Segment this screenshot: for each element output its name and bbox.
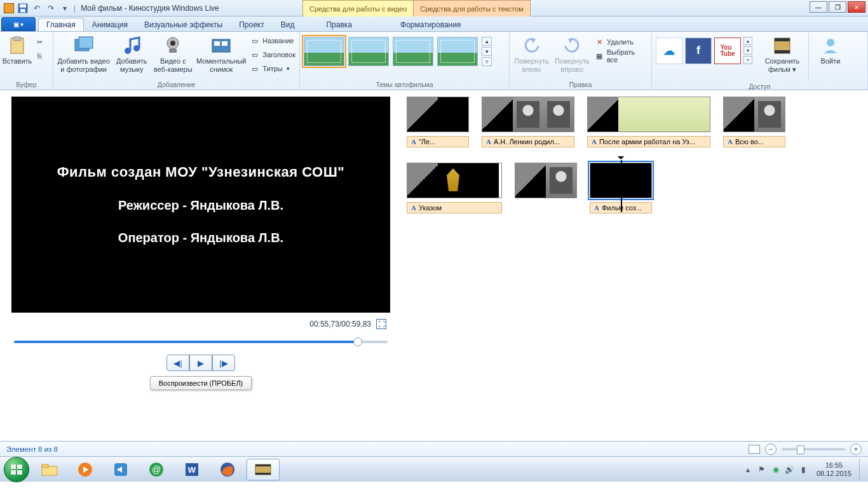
next-frame-button[interactable]: |▶ xyxy=(212,355,235,371)
playback-time: 00:55,73/00:59,83 xyxy=(309,320,371,329)
preview-monitor: Фильм создан МОУ "Узнезинская СОШ" Режис… xyxy=(11,97,390,313)
clip-item[interactable] xyxy=(515,163,577,198)
theme-item[interactable] xyxy=(348,37,389,66)
add-caption-button[interactable]: ▭Заголовок xyxy=(250,48,295,61)
tray-volume-icon[interactable]: 🔊 xyxy=(785,464,795,475)
tray-clock[interactable]: 16:55 08.12.2015 xyxy=(813,461,855,477)
window-title: Мой фильм - Киностудия Windows Live xyxy=(81,4,219,13)
ribbon-group-automovie-themes: ▴ ▾ ▿ Темы автофильма xyxy=(300,32,510,90)
skydrive-icon[interactable]: ☁ xyxy=(656,37,682,64)
playback-controls: ◀| ▶ |▶ xyxy=(11,355,390,371)
redo-icon[interactable]: ↷ xyxy=(44,2,57,15)
copy-button[interactable]: ⎘ xyxy=(34,50,44,62)
context-tab-text-tools[interactable]: Средства для работы с текстом xyxy=(414,0,531,17)
context-tab-video-tools[interactable]: Средства для работы с видео xyxy=(302,0,414,17)
theme-scroll-up-icon[interactable]: ▴ xyxy=(482,37,492,46)
title-bar: ↶ ↷ ▾ | Мой фильм - Киностудия Windows L… xyxy=(0,0,868,17)
tab-visual-effects[interactable]: Визуальные эффекты xyxy=(136,18,231,31)
delete-button[interactable]: ✕Удалить xyxy=(594,36,648,48)
zoom-out-button[interactable]: − xyxy=(765,444,776,455)
svg-rect-35 xyxy=(255,473,271,475)
undo-icon[interactable]: ↶ xyxy=(31,2,43,15)
tray-arrow-icon[interactable]: ▴ xyxy=(743,464,753,475)
theme-expand-icon[interactable]: ▿ xyxy=(482,57,492,66)
tray-flag-icon[interactable]: ⚑ xyxy=(757,464,767,475)
preview-line-2: Режиссер - Яндыкова Л.В. xyxy=(118,198,283,213)
share-destinations: ☁ f YouTube ▴ ▾ ▿ xyxy=(656,33,752,64)
zoom-in-button[interactable]: + xyxy=(850,444,862,455)
svg-rect-15 xyxy=(222,41,227,46)
clip-item[interactable]: AУказом xyxy=(407,163,502,214)
svg-rect-14 xyxy=(214,41,220,46)
rotate-right-button[interactable]: Повернуть вправо xyxy=(554,33,591,73)
select-all-button[interactable]: ▦Выбрать все xyxy=(594,50,648,62)
tray-app-icon[interactable]: ◉ xyxy=(771,464,781,475)
prev-frame-button[interactable]: ◀| xyxy=(166,355,189,371)
clip-item[interactable]: AПосле армии работал на Уз... xyxy=(587,97,710,147)
tab-project[interactable]: Проект xyxy=(231,18,273,31)
fullscreen-icon[interactable]: ⛶ xyxy=(376,319,386,329)
preview-pane: Фильм создан МОУ "Узнезинская СОШ" Режис… xyxy=(0,90,399,441)
zoom-slider[interactable] xyxy=(782,448,845,451)
taskbar-movie-maker[interactable] xyxy=(247,459,280,480)
tab-view[interactable]: Вид xyxy=(273,18,303,31)
save-icon[interactable] xyxy=(17,2,29,15)
add-credits-button[interactable]: ▭Титры▾ xyxy=(250,62,295,75)
play-tooltip: Воспроизвести (ПРОБЕЛ) xyxy=(150,376,252,390)
view-thumb-icon[interactable] xyxy=(749,445,760,454)
taskbar-explorer[interactable] xyxy=(33,459,66,480)
sign-in-button[interactable]: Войти xyxy=(815,33,846,65)
taskbar-firefox[interactable] xyxy=(211,459,244,480)
contextual-tab-headers: Средства для работы с видео Средства для… xyxy=(302,0,531,17)
add-title-button[interactable]: ▭Название xyxy=(250,34,295,47)
theme-scroll-down-icon[interactable]: ▾ xyxy=(482,47,492,56)
add-video-photo-button[interactable]: Добавить видео и фотографии xyxy=(57,33,110,73)
clip-item[interactable]: AА.Н. Ленкин родил... xyxy=(482,97,574,147)
taskbar-word[interactable]: W xyxy=(175,459,208,480)
status-item-count: Элемент 8 из 8 xyxy=(6,445,58,453)
taskbar-volume[interactable] xyxy=(104,459,137,480)
share-scroll-down-icon[interactable]: ▾ xyxy=(743,46,752,55)
maximize-button[interactable]: ❐ xyxy=(829,1,846,13)
file-tab[interactable]: ▣ ▾ xyxy=(1,17,36,31)
clip-item-selected[interactable]: AФильм соз... xyxy=(590,163,652,214)
paste-button[interactable]: Вставить xyxy=(4,33,31,65)
ribbon-tabs: ▣ ▾ Главная Анимация Визуальные эффекты … xyxy=(0,17,868,32)
theme-item[interactable] xyxy=(393,37,433,66)
storyboard[interactable]: A"Ле... AА.Н. Ленкин родил... AПосле арм… xyxy=(399,90,868,441)
qat-dropdown-icon[interactable]: ▾ xyxy=(58,2,71,15)
tray-network-icon[interactable]: ▮ xyxy=(799,464,809,475)
svg-rect-0 xyxy=(4,3,14,13)
seek-bar[interactable] xyxy=(14,336,388,348)
rotate-left-button[interactable]: Повернуть влево xyxy=(513,33,550,73)
app-icon[interactable] xyxy=(3,2,15,15)
webcam-video-button[interactable]: Видео с веб-камеры xyxy=(153,33,193,73)
start-button[interactable] xyxy=(4,457,29,482)
tab-animation[interactable]: Анимация xyxy=(84,18,136,31)
minimize-button[interactable]: — xyxy=(810,1,827,13)
theme-gallery-nav: ▴ ▾ ▿ xyxy=(482,37,492,66)
add-music-button[interactable]: Добавить музыку xyxy=(114,33,149,73)
svg-rect-12 xyxy=(169,49,177,53)
play-button[interactable]: ▶ xyxy=(189,355,212,371)
clip-item[interactable]: A"Ле... xyxy=(407,97,469,147)
snapshot-button[interactable]: Моментальный снимок xyxy=(196,33,246,73)
save-movie-button[interactable]: Сохранить фильм ▾ xyxy=(763,33,802,73)
tab-text-format[interactable]: Форматирование xyxy=(392,18,470,31)
theme-item[interactable] xyxy=(437,37,478,66)
share-expand-icon[interactable]: ▿ xyxy=(743,56,752,64)
close-button[interactable]: ✕ xyxy=(848,1,865,13)
tab-video-edit[interactable]: Правка xyxy=(318,18,360,31)
clip-item[interactable]: AВсю во... xyxy=(723,97,785,147)
share-scroll-up-icon[interactable]: ▴ xyxy=(743,37,752,45)
tab-home[interactable]: Главная xyxy=(38,18,84,31)
theme-item[interactable] xyxy=(304,37,344,66)
facebook-icon[interactable]: f xyxy=(685,37,712,64)
show-desktop-button[interactable] xyxy=(859,459,864,480)
seek-thumb[interactable] xyxy=(353,337,362,346)
taskbar-media-player[interactable] xyxy=(69,459,102,480)
taskbar-app-green[interactable]: @ xyxy=(140,459,173,480)
youtube-icon[interactable]: YouTube xyxy=(714,37,741,64)
cut-button[interactable]: ✂ xyxy=(34,36,44,48)
ribbon-group-share: ☁ f YouTube ▴ ▾ ▿ Сохранить фильм ▾ Войт… xyxy=(652,32,868,90)
